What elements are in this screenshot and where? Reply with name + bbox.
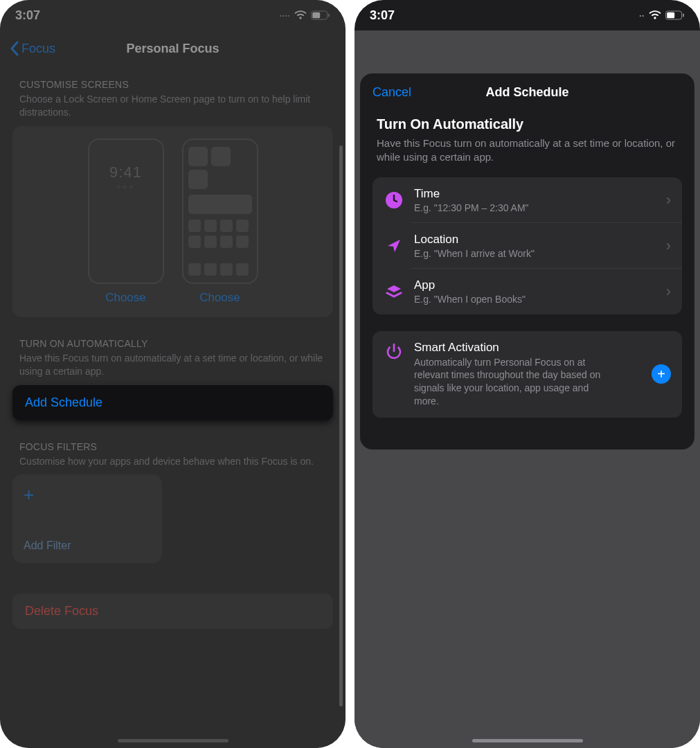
sheet-backdrop: Cancel Add Schedule Turn On Automaticall… xyxy=(355,30,700,748)
row-title: Time xyxy=(414,187,656,201)
back-button[interactable]: Focus xyxy=(10,41,55,56)
add-filter-label: Add Filter xyxy=(24,540,151,552)
smart-card: Smart Activation Automatically turn Pers… xyxy=(373,331,682,418)
add-schedule-button[interactable]: Add Schedule xyxy=(12,385,333,420)
status-bar: 3:07 •• xyxy=(355,0,700,30)
row-title: Smart Activation xyxy=(414,341,642,355)
row-sub: Automatically turn Personal Focus on at … xyxy=(414,356,608,409)
row-title: App xyxy=(414,278,656,292)
section-sub: Have this Focus turn on automatically at… xyxy=(373,136,682,165)
status-time: 3:07 xyxy=(370,8,395,23)
scroll-indicator[interactable] xyxy=(339,145,343,706)
phone-left: 3:07 •••• Focus Personal Focus CUSTOMISE… xyxy=(0,0,345,748)
plus-icon: + xyxy=(24,486,151,504)
filters-header: FOCUS FILTERS xyxy=(12,437,333,452)
choose-home-button[interactable]: Choose xyxy=(199,291,240,305)
power-icon xyxy=(384,341,404,362)
sheet-nav: Cancel Add Schedule xyxy=(360,73,694,111)
row-title: Location xyxy=(414,233,656,247)
add-circle-icon[interactable]: + xyxy=(652,364,671,384)
status-bar: 3:07 •••• xyxy=(0,0,345,30)
status-time: 3:07 xyxy=(15,8,40,23)
sheet-title: Add Schedule xyxy=(485,85,568,100)
nav-bar: Focus Personal Focus xyxy=(0,30,345,66)
cancel-button[interactable]: Cancel xyxy=(373,85,411,100)
customise-header: CUSTOMISE SCREENS xyxy=(12,75,333,90)
smart-activation-row[interactable]: Smart Activation Automatically turn Pers… xyxy=(373,331,682,418)
cell-dots-icon: •••• xyxy=(280,12,290,19)
auto-header: TURN ON AUTOMATICALLY xyxy=(12,334,333,349)
time-row[interactable]: Time E.g. "12:30 PM – 2:30 AM" › xyxy=(373,177,682,223)
app-row[interactable]: App E.g. "When I open Books" › xyxy=(373,269,682,314)
row-sub: E.g. "When I arrive at Work" xyxy=(414,248,656,259)
battery-icon xyxy=(665,10,685,20)
phone-right: 3:07 •• Cancel Add Schedule Turn On Auto… xyxy=(355,0,700,748)
chevron-left-icon xyxy=(10,41,19,56)
chevron-right-icon: › xyxy=(666,193,671,208)
location-arrow-icon xyxy=(384,235,404,256)
add-schedule-sheet: Cancel Add Schedule Turn On Automaticall… xyxy=(360,73,694,449)
wifi-icon xyxy=(294,10,307,20)
customise-sub: Choose a Lock Screen or Home Screen page… xyxy=(12,90,333,126)
auto-sub: Have this Focus turn on automatically at… xyxy=(12,349,333,385)
lock-screen-preview[interactable]: 9:41 ○○○ xyxy=(88,139,164,284)
home-indicator[interactable] xyxy=(118,739,228,742)
customise-card: 9:41 ○○○ Choose Choose xyxy=(12,126,333,317)
trigger-list: Time E.g. "12:30 PM – 2:30 AM" › Locatio… xyxy=(373,177,682,314)
row-sub: E.g. "12:30 PM – 2:30 AM" xyxy=(414,202,656,213)
svg-rect-4 xyxy=(667,12,674,19)
home-indicator[interactable] xyxy=(472,739,583,742)
lock-time: 9:41 xyxy=(109,163,142,181)
battery-icon xyxy=(311,10,330,20)
section-title: Turn On Automatically xyxy=(373,116,682,132)
delete-focus-button[interactable]: Delete Focus xyxy=(12,594,333,629)
svg-rect-1 xyxy=(312,12,320,19)
chevron-right-icon: › xyxy=(666,284,671,299)
content-scroll[interactable]: CUSTOMISE SCREENS Choose a Lock Screen o… xyxy=(0,66,345,748)
svg-rect-5 xyxy=(683,14,684,17)
cell-dots-icon: •• xyxy=(639,12,645,19)
row-sub: E.g. "When I open Books" xyxy=(414,294,656,305)
back-label: Focus xyxy=(21,42,55,56)
home-screen-preview[interactable] xyxy=(182,139,258,284)
svg-rect-2 xyxy=(328,14,330,17)
layers-icon xyxy=(384,281,404,302)
filters-sub: Customise how your apps and device behav… xyxy=(12,452,333,475)
lock-dots: ○○○ xyxy=(116,183,135,190)
wifi-icon xyxy=(649,10,661,20)
add-filter-card[interactable]: + Add Filter xyxy=(12,474,162,563)
clock-icon xyxy=(384,190,404,211)
chevron-right-icon: › xyxy=(666,238,671,253)
location-row[interactable]: Location E.g. "When I arrive at Work" › xyxy=(373,223,682,269)
choose-lock-button[interactable]: Choose xyxy=(105,291,146,305)
